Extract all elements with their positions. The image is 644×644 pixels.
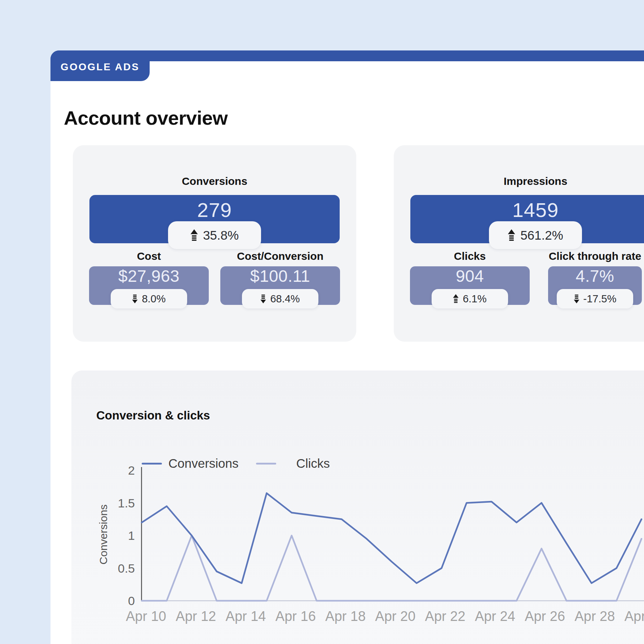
trend-arrow-icon <box>508 229 515 241</box>
tab-google-ads[interactable]: GOOGLE ADS <box>50 50 150 81</box>
click-through-rate-metric: Click through rate 4.7% -17.5% <box>548 251 642 305</box>
svg-text:1: 1 <box>128 529 135 542</box>
svg-text:Apr 20: Apr 20 <box>375 609 415 624</box>
svg-text:Apr 16: Apr 16 <box>275 609 316 624</box>
change-value: 68.4% <box>270 293 300 305</box>
svg-text:Conversions: Conversions <box>97 505 109 565</box>
conversions-value-box: 279 35.8% <box>89 195 340 243</box>
trend-arrow-icon <box>453 294 459 303</box>
metric-label: Conversions <box>89 176 340 187</box>
change-value: -17.5% <box>583 293 617 305</box>
svg-text:1.5: 1.5 <box>118 496 135 510</box>
cost-metric: Cost $27,963 8.0% <box>89 251 209 305</box>
metric-label: Cost <box>89 251 209 262</box>
trend-arrow-icon <box>190 229 198 241</box>
metric-label: Click through rate <box>548 251 642 262</box>
change-badge: 6.1% <box>432 289 508 308</box>
click-through-rate-value-box: 4.7% -17.5% <box>548 266 642 305</box>
metric-value: $27,963 <box>89 266 209 286</box>
conversions-card: Conversions 279 35.8% Cost $27,963 <box>73 145 356 342</box>
change-badge: 8.0% <box>111 289 187 308</box>
trend-arrow-icon <box>132 294 138 303</box>
metric-value: $100.11 <box>220 266 340 286</box>
trend-arrow-icon <box>574 294 579 303</box>
svg-text:Apr 26: Apr 26 <box>525 609 565 624</box>
clicks-metric: Clicks 904 6.1% <box>410 251 530 305</box>
page-title: Account overview <box>64 107 228 129</box>
cost-value-box: $27,963 8.0% <box>89 266 209 305</box>
change-value: 6.1% <box>463 293 486 305</box>
change-badge: 561.2% <box>489 221 582 249</box>
brand-tab-label: GOOGLE ADS <box>61 59 140 73</box>
cost-per-conversion-value-box: $100.11 68.4% <box>220 266 340 305</box>
metric-value: 1459 <box>410 198 644 222</box>
chart-title: Conversion & clicks <box>96 409 210 422</box>
metric-value: 904 <box>410 266 530 286</box>
change-badge: -17.5% <box>557 289 633 308</box>
trend-arrow-icon <box>260 294 266 303</box>
svg-text:Apr 28: Apr 28 <box>574 609 615 624</box>
screenshot-canvas: GOOGLE ADS Account overview Conversions … <box>0 0 644 644</box>
svg-text:Apr 14: Apr 14 <box>226 609 266 624</box>
report-page: GOOGLE ADS Account overview Conversions … <box>50 50 644 644</box>
svg-text:Apr 24: Apr 24 <box>475 609 515 624</box>
svg-text:Apr 10: Apr 10 <box>126 609 166 624</box>
metric-label: Cost/Conversion <box>220 251 340 262</box>
metric-value: 279 <box>89 198 340 222</box>
svg-text:Apr 18: Apr 18 <box>325 609 366 624</box>
svg-text:2: 2 <box>128 463 135 477</box>
metric-value: 4.7% <box>548 266 642 286</box>
impressions-value-box: 1459 561.2% <box>410 195 644 243</box>
clicks-value-box: 904 6.1% <box>410 266 530 305</box>
svg-text:Apr 22: Apr 22 <box>425 609 466 624</box>
svg-text:0: 0 <box>128 594 135 608</box>
svg-text:Apr 30: Apr 30 <box>625 609 644 624</box>
change-value: 561.2% <box>520 228 563 243</box>
change-badge: 68.4% <box>242 289 318 308</box>
cost-per-conversion-metric: Cost/Conversion $100.11 68.4% <box>220 251 340 305</box>
change-badge: 35.8% <box>168 221 261 249</box>
change-value: 35.8% <box>203 228 239 243</box>
svg-text:0.5: 0.5 <box>118 561 135 575</box>
change-value: 8.0% <box>142 293 166 305</box>
svg-text:Apr 12: Apr 12 <box>176 609 216 624</box>
metric-label: Impressions <box>410 176 644 187</box>
chart-card: Conversion & clicks Conversions Clicks 0… <box>71 370 644 644</box>
line-chart: 00.511.52ConversionsApr 10Apr 12Apr 14Ap… <box>71 457 644 644</box>
impressions-card: Impressions 1459 561.2% Clicks 904 <box>394 145 644 342</box>
metric-label: Clicks <box>410 251 530 262</box>
